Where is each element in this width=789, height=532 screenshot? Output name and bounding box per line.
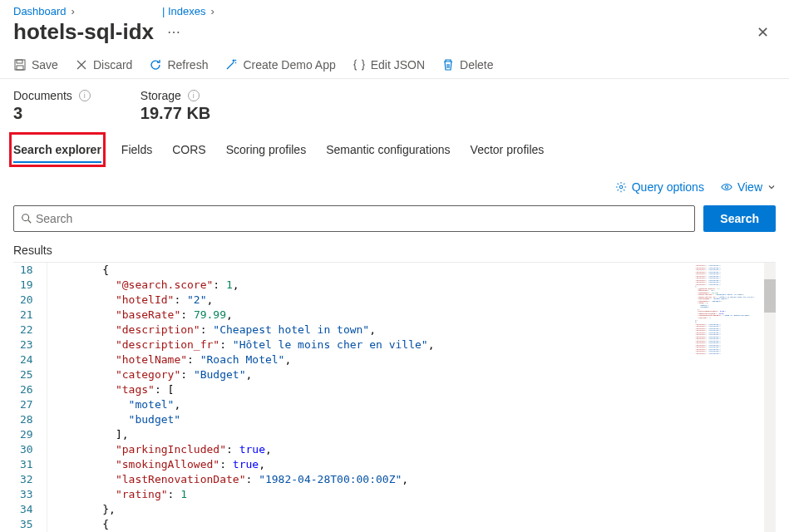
svg-point-3	[619, 185, 623, 189]
delete-button[interactable]: Delete	[441, 58, 493, 71]
search-button[interactable]: Search	[703, 205, 776, 232]
svg-rect-2	[17, 66, 23, 70]
tab-bar: Search explorer Fields CORS Scoring prof…	[0, 136, 789, 164]
info-icon[interactable]: i	[79, 90, 91, 101]
stats-row: Documents i 3 Storage i 19.77 KB	[0, 79, 789, 136]
eye-icon	[721, 181, 732, 193]
storage-stat: Storage i 19.77 KB	[141, 89, 211, 123]
svg-rect-1	[17, 60, 22, 63]
tab-scoring-profiles[interactable]: Scoring profiles	[226, 136, 307, 163]
breadcrumb: Dashboard › | Indexes ›	[0, 0, 789, 19]
info-icon[interactable]: i	[188, 90, 200, 101]
close-button[interactable]: ✕	[750, 20, 776, 45]
documents-stat: Documents i 3	[13, 89, 91, 123]
create-demo-button[interactable]: Create Demo App	[224, 58, 335, 71]
query-options-button[interactable]: Query options	[615, 180, 704, 194]
view-button[interactable]: View	[721, 180, 776, 194]
more-menu-button[interactable]: ⋯	[164, 24, 184, 40]
discard-button[interactable]: Discard	[75, 58, 132, 71]
tab-cors[interactable]: CORS	[172, 136, 205, 163]
tab-fields[interactable]: Fields	[121, 136, 152, 163]
braces-icon	[353, 58, 366, 71]
save-button[interactable]: Save	[13, 58, 58, 71]
tab-vector-profiles[interactable]: Vector profiles	[471, 136, 545, 163]
storage-value: 19.77 KB	[141, 104, 211, 123]
svg-point-4	[725, 185, 728, 189]
code-content: { "@search.score": 1, "hotelId": "2", "b…	[47, 263, 684, 532]
options-row: Query options View	[0, 164, 789, 200]
save-icon	[13, 58, 27, 71]
search-input[interactable]	[32, 207, 688, 230]
page-title: hotels-sql-idx	[13, 19, 154, 45]
chevron-down-icon	[767, 183, 776, 191]
results-label: Results	[0, 240, 789, 260]
refresh-icon	[149, 58, 162, 71]
toolbar: Save Discard Refresh Create Demo App Edi…	[0, 52, 789, 79]
minimap[interactable]: "xxxxxxx": "xxxxxxxx", "xxxxxxx": "xxxxx…	[684, 263, 776, 532]
discard-icon	[75, 58, 88, 71]
search-icon	[21, 213, 32, 224]
minimap-thumb[interactable]	[764, 279, 776, 313]
breadcrumb-indexes[interactable]: | Indexes	[162, 5, 206, 17]
trash-icon	[441, 58, 455, 71]
tab-search-explorer[interactable]: Search explorer	[13, 136, 101, 163]
title-row: hotels-sql-idx ⋯ ✕	[0, 19, 789, 52]
documents-value: 3	[13, 104, 91, 123]
line-gutter: 181920212223242526272829303132333435	[13, 263, 47, 532]
gear-icon	[615, 181, 627, 193]
search-row: Search	[0, 200, 789, 240]
svg-point-5	[22, 214, 29, 221]
wand-icon	[224, 58, 238, 71]
code-editor[interactable]: 181920212223242526272829303132333435 { "…	[13, 262, 776, 532]
chevron-right-icon: ›	[210, 5, 214, 17]
tab-semantic-config[interactable]: Semantic configurations	[326, 136, 450, 163]
refresh-button[interactable]: Refresh	[149, 58, 208, 71]
search-box[interactable]	[13, 205, 695, 232]
chevron-right-icon: ›	[72, 5, 75, 17]
minimap-scrollbar[interactable]	[764, 263, 776, 532]
edit-json-button[interactable]: Edit JSON	[353, 58, 425, 71]
breadcrumb-dashboard[interactable]: Dashboard	[13, 5, 67, 17]
